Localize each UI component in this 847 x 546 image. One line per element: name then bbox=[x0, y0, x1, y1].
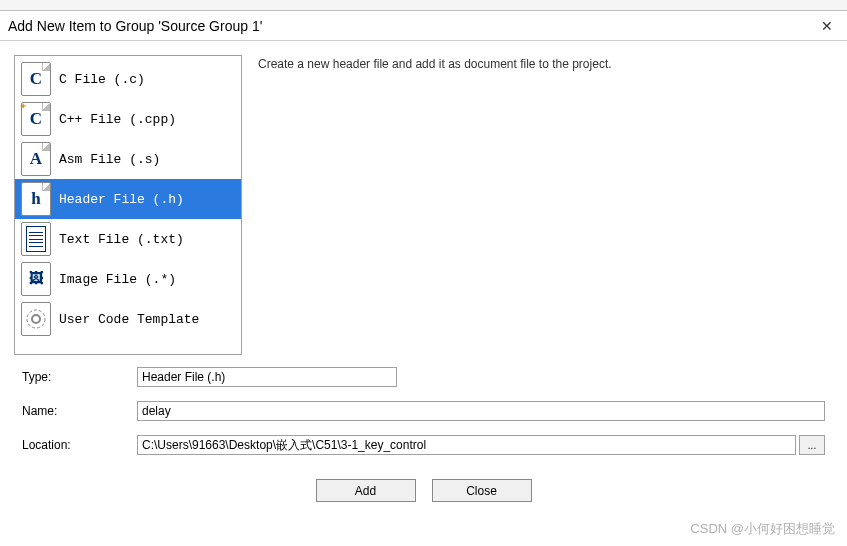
list-item-label: Header File (.h) bbox=[59, 192, 184, 207]
filetype-icon: h bbox=[21, 182, 51, 216]
window-title: Add New Item to Group 'Source Group 1' bbox=[8, 18, 262, 34]
template-list[interactable]: CC File (.c)C⁺C++ File (.cpp)AAsm File (… bbox=[14, 55, 242, 355]
location-label: Location: bbox=[22, 438, 137, 452]
svg-point-1 bbox=[27, 310, 45, 328]
list-item-label: C File (.c) bbox=[59, 72, 145, 87]
list-item[interactable]: Text File (.txt) bbox=[15, 219, 241, 259]
titlebar: Add New Item to Group 'Source Group 1' ✕ bbox=[0, 11, 847, 41]
name-label: Name: bbox=[22, 404, 137, 418]
list-item-label: Image File (.*) bbox=[59, 272, 176, 287]
watermark: CSDN @小何好困想睡觉 bbox=[690, 520, 835, 538]
add-button[interactable]: Add bbox=[316, 479, 416, 502]
svg-point-0 bbox=[32, 315, 40, 323]
list-item-label: C++ File (.cpp) bbox=[59, 112, 176, 127]
close-button[interactable]: Close bbox=[432, 479, 532, 502]
list-item-label: User Code Template bbox=[59, 312, 199, 327]
template-description: Create a new header file and add it as d… bbox=[258, 55, 833, 355]
filetype-icon: A bbox=[21, 142, 51, 176]
toolbar-fragment bbox=[0, 0, 847, 11]
list-item[interactable]: CC File (.c) bbox=[15, 59, 241, 99]
filetype-icon: C⁺ bbox=[21, 102, 51, 136]
list-item[interactable]: hHeader File (.h) bbox=[15, 179, 241, 219]
filetype-icon: C bbox=[21, 62, 51, 96]
name-input[interactable] bbox=[137, 401, 825, 421]
list-item[interactable]: C⁺C++ File (.cpp) bbox=[15, 99, 241, 139]
filetype-icon bbox=[21, 302, 51, 336]
browse-button[interactable]: ... bbox=[799, 435, 825, 455]
list-item-label: Asm File (.s) bbox=[59, 152, 160, 167]
list-item-label: Text File (.txt) bbox=[59, 232, 184, 247]
type-display: Header File (.h) bbox=[137, 367, 397, 387]
location-input[interactable] bbox=[137, 435, 796, 455]
close-icon[interactable]: ✕ bbox=[815, 16, 839, 36]
filetype-icon: 🖼 bbox=[21, 262, 51, 296]
type-label: Type: bbox=[22, 370, 137, 384]
list-item[interactable]: 🖼Image File (.*) bbox=[15, 259, 241, 299]
filetype-icon bbox=[21, 222, 51, 256]
list-item[interactable]: AAsm File (.s) bbox=[15, 139, 241, 179]
list-item[interactable]: User Code Template bbox=[15, 299, 241, 339]
